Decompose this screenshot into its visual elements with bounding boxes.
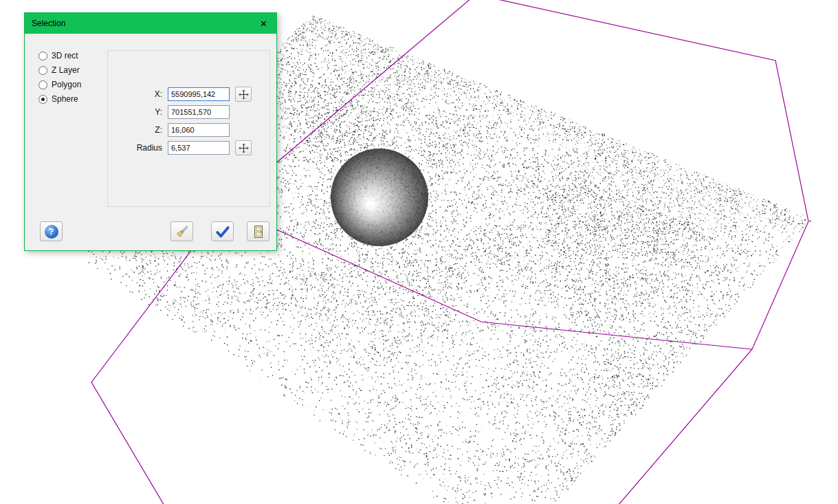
dialog-titlebar[interactable]: Selection ✕ — [25, 13, 276, 34]
help-button[interactable]: ? — [40, 221, 63, 241]
help-icon: ? — [45, 225, 58, 239]
radio-sphere[interactable]: Sphere — [38, 94, 81, 105]
radio-indicator — [38, 80, 47, 89]
door-icon — [251, 224, 266, 239]
x-input[interactable] — [168, 87, 230, 101]
clear-selection-button[interactable] — [170, 221, 193, 241]
radius-row: Radius — [108, 140, 269, 155]
radio-label: Polygon — [52, 80, 81, 89]
z-row: Z: — [108, 122, 269, 138]
radio-3d-rect[interactable]: 3D rect — [38, 50, 81, 61]
sphere-coordinates-group: X: Y: Z: Radius — [107, 50, 270, 207]
radio-label: 3D rect — [52, 51, 78, 61]
radius-pick-button[interactable] — [235, 140, 252, 155]
x-label: X: — [108, 89, 162, 99]
y-input[interactable] — [168, 105, 230, 119]
y-row: Y: — [108, 105, 269, 120]
crosshair-icon — [239, 143, 249, 153]
dialog-title: Selection — [32, 19, 258, 28]
selection-dialog: Selection ✕ 3D rect Z Layer Polygon Sphe… — [24, 12, 277, 251]
radio-label: Sphere — [52, 94, 78, 104]
exit-button[interactable] — [247, 221, 269, 241]
radio-indicator — [38, 52, 47, 61]
close-icon[interactable]: ✕ — [258, 19, 269, 29]
selection-mode-group: 3D rect Z Layer Polygon Sphere — [38, 50, 81, 105]
crosshair-icon — [239, 89, 249, 100]
radio-label: Z Layer — [52, 65, 80, 75]
x-row: X: — [108, 87, 269, 102]
x-pick-button[interactable] — [235, 87, 252, 102]
check-icon — [215, 224, 230, 239]
brush-icon — [175, 224, 190, 239]
z-label: Z: — [108, 125, 162, 135]
radius-label: Radius — [108, 143, 162, 153]
radio-indicator — [38, 66, 47, 75]
y-label: Y: — [108, 107, 162, 117]
z-input[interactable] — [168, 123, 230, 137]
apply-button[interactable] — [211, 221, 234, 241]
radio-polygon[interactable]: Polygon — [38, 79, 81, 90]
radius-input[interactable] — [168, 141, 230, 155]
radio-indicator — [38, 95, 47, 104]
radio-z-layer[interactable]: Z Layer — [38, 65, 81, 76]
